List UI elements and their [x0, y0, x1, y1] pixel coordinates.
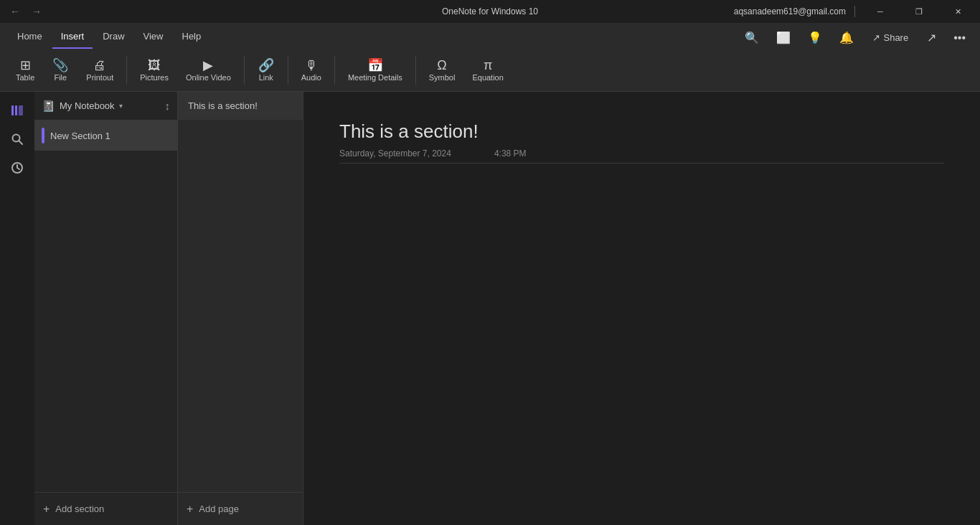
equation-button[interactable]: π Equation — [465, 52, 510, 89]
audio-button[interactable]: 🎙 Audio — [294, 52, 329, 89]
audio-label: Audio — [301, 73, 321, 82]
notebook-icon: 📓 — [42, 100, 55, 113]
note-time: 4:38 PM — [494, 148, 527, 159]
svg-rect-2 — [19, 105, 23, 115]
add-section-label: Add section — [55, 503, 104, 514]
add-page-button[interactable]: + Add page — [178, 492, 303, 525]
sidebar-icons — [0, 92, 34, 525]
printout-icon: 🖨 — [93, 59, 106, 72]
user-email: aqsanadeem619@gmail.com — [734, 6, 846, 16]
svg-rect-0 — [11, 105, 14, 115]
printout-button[interactable]: 🖨 Printout — [79, 52, 121, 89]
table-button[interactable]: ⊞ Table — [9, 52, 42, 89]
tab-view[interactable]: View — [135, 25, 172, 49]
page-item[interactable]: This is a section! — [178, 92, 303, 120]
meeting-details-icon: 📅 — [367, 59, 383, 72]
nav-arrows: ← → — [6, 3, 46, 20]
online-video-label: Online Video — [186, 73, 231, 82]
lightbulb-icon[interactable]: 💡 — [802, 27, 828, 49]
title-divider — [854, 6, 855, 17]
tab-help[interactable]: Help — [174, 25, 210, 49]
equation-icon: π — [484, 59, 492, 72]
ribbon-divider-5 — [415, 56, 416, 85]
svg-line-4 — [19, 141, 22, 144]
add-page-label: Add page — [199, 503, 239, 514]
notebook-chevron-icon: ▾ — [119, 102, 123, 110]
app-title: OneNote for Windows 10 — [442, 6, 538, 16]
ribbon-divider-4 — [334, 56, 335, 85]
sections-list: New Section 1 — [34, 120, 177, 492]
file-icon: 📎 — [52, 59, 68, 72]
share-button[interactable]: ↗ Share — [865, 29, 915, 46]
expand-icon[interactable]: ⬜ — [771, 27, 796, 49]
equation-label: Equation — [472, 73, 503, 82]
add-section-plus-icon: + — [43, 503, 50, 516]
ribbon-toolbar: ⊞ Table 📎 File 🖨 Printout 🖼 Pictures ▶ O… — [0, 49, 980, 92]
online-video-button[interactable]: ▶ Online Video — [179, 52, 238, 89]
tab-draw[interactable]: Draw — [94, 25, 133, 49]
tab-insert[interactable]: Insert — [52, 25, 93, 49]
pictures-icon: 🖼 — [148, 59, 161, 72]
sort-icon[interactable]: ↕ — [165, 100, 171, 112]
note-canvas[interactable]: This is a section! Saturday, September 7… — [303, 92, 980, 525]
table-label: Table — [16, 73, 34, 82]
ribbon-divider-3 — [288, 56, 288, 85]
note-meta-line: Saturday, September 7, 2024 4:38 PM — [339, 148, 944, 164]
section-label: New Section 1 — [50, 131, 110, 141]
table-icon: ⊞ — [20, 59, 31, 72]
ribbon-divider-1 — [126, 56, 127, 85]
note-date: Saturday, September 7, 2024 — [339, 148, 451, 159]
main-area: 📓 My Notebook ▾ ↕ New Section 1 + Add se… — [0, 92, 980, 525]
minimize-button[interactable]: ─ — [864, 0, 897, 23]
link-icon: 🔗 — [258, 59, 274, 72]
share-label: Share — [883, 32, 908, 43]
sidebar-search-icon[interactable] — [4, 126, 30, 152]
sidebar-recent-icon[interactable] — [4, 155, 30, 181]
ribbon-divider-2 — [244, 56, 245, 85]
symbol-label: Symbol — [429, 73, 456, 82]
notebook-panel: 📓 My Notebook ▾ ↕ New Section 1 + Add se… — [34, 92, 178, 525]
add-page-plus-icon: + — [187, 503, 193, 516]
maximize-button[interactable]: ❐ — [903, 0, 936, 23]
title-bar: ← → OneNote for Windows 10 aqsanadeem619… — [0, 0, 980, 23]
page-label: This is a section! — [188, 100, 258, 111]
close-button[interactable]: ✕ — [941, 0, 974, 23]
share-icon: ↗ — [872, 32, 880, 43]
svg-rect-1 — [15, 105, 17, 115]
ribbon-tabs: Home Insert Draw View Help 🔍 ⬜ 💡 🔔 ↗ Sha… — [0, 23, 980, 49]
toolbar-right-icons: 🔍 ⬜ 💡 🔔 ↗ Share ↗ ••• — [739, 27, 971, 49]
back-button[interactable]: ← — [6, 3, 24, 20]
section-accent — [42, 128, 44, 143]
section-item[interactable]: New Section 1 — [34, 120, 177, 151]
meeting-details-label: Meeting Details — [348, 73, 402, 82]
file-button[interactable]: 📎 File — [44, 52, 76, 89]
expand-view-icon[interactable]: ↗ — [921, 27, 942, 49]
online-video-icon: ▶ — [203, 59, 213, 72]
link-label: Link — [259, 73, 273, 82]
title-bar-right: aqsanadeem619@gmail.com ─ ❐ ✕ — [734, 0, 974, 23]
audio-icon: 🎙 — [305, 59, 318, 72]
search-toolbar-icon[interactable]: 🔍 — [739, 27, 765, 49]
tab-home[interactable]: Home — [9, 25, 51, 49]
pages-panel: This is a section! + Add page — [178, 92, 303, 525]
forward-button[interactable]: → — [27, 3, 46, 20]
link-button[interactable]: 🔗 Link — [250, 52, 282, 89]
notebook-header: 📓 My Notebook ▾ ↕ — [34, 92, 177, 120]
printout-label: Printout — [86, 73, 113, 82]
meeting-details-button[interactable]: 📅 Meeting Details — [341, 52, 410, 89]
file-label: File — [54, 73, 67, 82]
note-title: This is a section! — [339, 120, 944, 143]
notebook-title[interactable]: 📓 My Notebook ▾ — [42, 100, 123, 113]
symbol-button[interactable]: Ω Symbol — [422, 52, 463, 89]
add-section-button[interactable]: + Add section — [34, 492, 177, 525]
pictures-button[interactable]: 🖼 Pictures — [133, 52, 176, 89]
pictures-label: Pictures — [140, 73, 169, 82]
more-options-icon[interactable]: ••• — [948, 27, 971, 49]
pages-list: This is a section! — [178, 92, 303, 492]
notebook-name: My Notebook — [60, 100, 115, 111]
symbol-icon: Ω — [437, 59, 446, 72]
sidebar-library-icon[interactable] — [4, 98, 30, 123]
bell-icon[interactable]: 🔔 — [834, 27, 859, 49]
